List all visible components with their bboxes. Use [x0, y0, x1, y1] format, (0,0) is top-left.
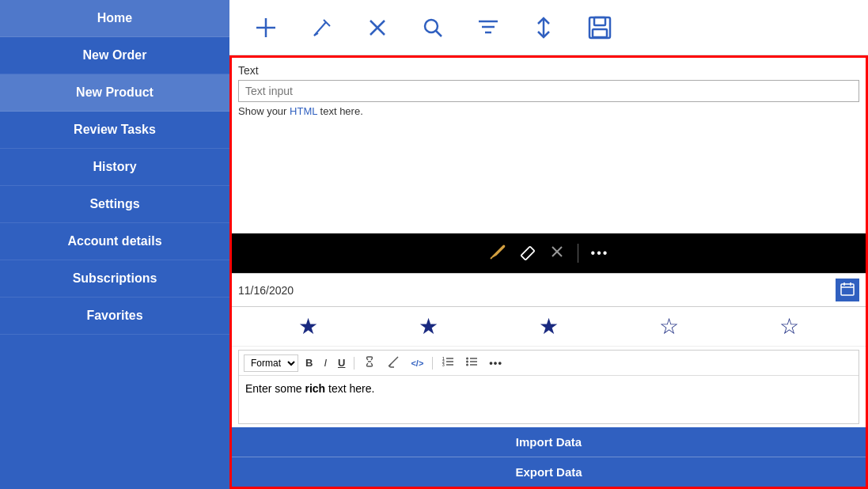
bottom-buttons: Import Data Export Data: [232, 427, 866, 487]
search-icon[interactable]: [421, 16, 445, 40]
svg-line-16: [491, 257, 492, 259]
svg-line-25: [389, 357, 398, 366]
text-field-label: Text: [238, 64, 859, 77]
star-3[interactable]: ★: [539, 313, 559, 339]
svg-point-35: [466, 358, 468, 360]
sidebar-item-history[interactable]: History: [0, 149, 229, 186]
sidebar: Home New Order New Product Review Tasks …: [0, 0, 229, 489]
sidebar-item-settings[interactable]: Settings: [0, 186, 229, 223]
html-preview-prefix: Show your: [238, 105, 290, 117]
star-2[interactable]: ★: [419, 313, 438, 339]
rte-toolbar: Format B I U: [239, 351, 859, 376]
date-row: 11/16/2020: [232, 273, 866, 307]
svg-rect-17: [521, 246, 534, 260]
italic-button[interactable]: I: [320, 355, 331, 370]
close-icon[interactable]: [366, 16, 389, 40]
svg-line-8: [436, 31, 442, 36]
unlink-button[interactable]: [383, 354, 404, 372]
svg-line-4: [314, 33, 318, 36]
export-button[interactable]: Export Data: [232, 457, 866, 487]
main-area: Text Show your HTML text here.: [229, 0, 868, 489]
unordered-list-button[interactable]: [461, 354, 482, 371]
star-1[interactable]: ★: [298, 313, 318, 339]
svg-rect-14: [594, 17, 605, 25]
sidebar-item-review-tasks[interactable]: Review Tasks: [0, 112, 229, 149]
html-preview: Show your HTML text here.: [232, 104, 866, 120]
pen-icon[interactable]: [489, 243, 506, 264]
eraser-icon[interactable]: [519, 243, 536, 264]
star-4[interactable]: ☆: [659, 313, 679, 339]
ordered-list-button[interactable]: 1 2 3: [438, 354, 458, 371]
sidebar-item-account-details[interactable]: Account details: [0, 223, 229, 260]
underline-button[interactable]: U: [334, 355, 349, 370]
stars-row: ★ ★ ★ ☆ ☆: [232, 307, 866, 347]
svg-line-2: [314, 22, 326, 36]
sidebar-item-home[interactable]: Home: [0, 0, 229, 37]
sidebar-item-new-product[interactable]: New Product: [0, 74, 229, 112]
svg-point-37: [466, 364, 468, 366]
rte-divider-1: [354, 357, 354, 370]
text-field-section: Text: [232, 58, 866, 104]
drawing-toolbar: •••: [232, 233, 866, 273]
source-button[interactable]: </>: [407, 357, 427, 370]
toolbar-divider: [578, 244, 578, 263]
sidebar-item-subscriptions[interactable]: Subscriptions: [0, 260, 229, 298]
format-select[interactable]: Format: [244, 354, 298, 372]
link-button[interactable]: [359, 354, 380, 372]
import-button[interactable]: Import Data: [232, 427, 866, 457]
text-input[interactable]: [238, 80, 859, 102]
star-5[interactable]: ☆: [779, 313, 799, 339]
bold-button[interactable]: B: [301, 355, 316, 370]
x-icon[interactable]: [549, 244, 565, 263]
rte-rich-word: rich: [305, 382, 325, 395]
toolbar: [229, 0, 868, 55]
more-icon[interactable]: •••: [591, 246, 609, 260]
sort-icon[interactable]: [532, 16, 555, 40]
add-icon[interactable]: [253, 15, 279, 40]
svg-rect-20: [841, 284, 854, 295]
save-icon[interactable]: [587, 15, 612, 40]
more-button[interactable]: •••: [485, 355, 506, 370]
edit-icon[interactable]: [310, 16, 334, 40]
html-preview-suffix: text here.: [317, 105, 363, 117]
rte-content[interactable]: Enter some rich text here.: [239, 376, 859, 423]
html-link[interactable]: HTML: [290, 105, 317, 117]
svg-text:3: 3: [442, 362, 445, 367]
calendar-icon[interactable]: [836, 279, 859, 301]
svg-point-7: [425, 20, 438, 32]
svg-point-36: [466, 361, 468, 363]
svg-rect-15: [593, 29, 607, 37]
middle-whitespace: [232, 120, 866, 233]
rte-divider-2: [432, 357, 433, 370]
rich-text-editor: Format B I U: [238, 350, 859, 424]
date-value: 11/16/2020: [238, 284, 836, 297]
sidebar-item-favorites[interactable]: Favorites: [0, 298, 229, 335]
sidebar-item-new-order[interactable]: New Order: [0, 37, 229, 74]
filter-icon[interactable]: [476, 16, 500, 40]
content-area: Text Show your HTML text here.: [229, 55, 868, 489]
